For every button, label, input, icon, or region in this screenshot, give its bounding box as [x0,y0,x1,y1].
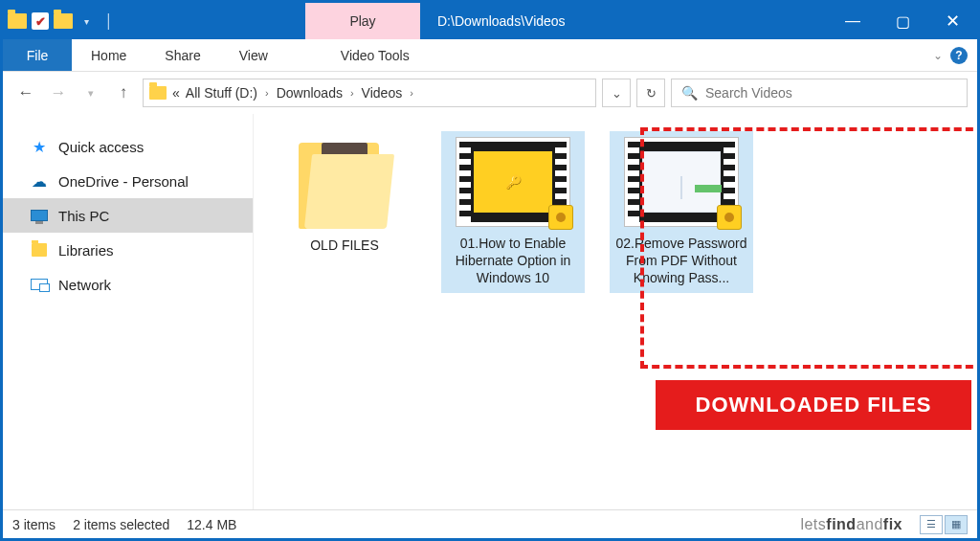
search-box[interactable]: 🔍 [671,79,968,107]
chevron-right-icon[interactable]: › [408,87,415,99]
view-toggle: ☰ ▦ [920,515,968,534]
window-controls: — ▢ ✕ [828,3,977,39]
breadcrumb-prefix: « [172,85,180,101]
chevron-right-icon[interactable]: › [348,87,356,99]
sidebar-item-onedrive[interactable]: ☁ OneDrive - Personal [3,164,253,198]
address-folder-icon [149,86,167,100]
annotation-banner: DOWNLOADED FILES [656,380,971,430]
player-badge-icon [717,205,742,230]
video-screen-icon [642,151,721,213]
video-thumbnail [624,137,739,227]
address-history-dropdown[interactable]: ⌄ [602,79,631,107]
nav-back-button[interactable]: ← [12,79,39,106]
sidebar-item-label: Network [58,277,111,293]
view-large-icons-button[interactable]: ▦ [945,515,968,534]
libraries-icon [30,240,49,259]
sidebar-item-network[interactable]: Network [3,267,253,302]
video-thumbnail: 🔑 [456,137,570,227]
breadcrumb-videos[interactable]: Videos [362,85,403,101]
cloud-icon: ☁ [30,171,49,191]
folder-icon[interactable] [7,11,28,32]
navigation-pane: ★ Quick access ☁ OneDrive - Personal Thi… [3,114,254,509]
address-bar[interactable]: « All Stuff (D:) › Downloads › Videos › [143,79,596,107]
file-menu[interactable]: File [3,39,72,71]
content-pane[interactable]: OLD FILES 🔑 01.How to Enable Hibernate O… [254,114,977,509]
watermark: letsfindandfix [800,516,902,533]
sidebar-item-quick-access[interactable]: ★ Quick access [3,129,253,164]
status-selection-count: 2 items selected [73,517,169,532]
navigation-bar: ← → ▾ ↑ « All Stuff (D:) › Downloads › V… [3,72,977,114]
maximize-button[interactable]: ▢ [878,3,927,39]
window-title: D:\Downloads\Videos [420,3,828,39]
item-caption: 01.How to Enable Hibernate Option in Win… [445,235,581,287]
ribbon: File Home Share View Video Tools ⌄ ? [3,39,977,72]
sidebar-item-label: Quick access [58,139,144,155]
nav-history-dropdown[interactable]: ▾ [78,79,104,106]
folder-thumbnail [299,137,390,229]
sidebar-item-this-pc[interactable]: This PC [3,198,253,233]
ribbon-tabs: Home Share View Video Tools [72,39,429,71]
video-screen-icon: 🔑 [474,151,552,213]
status-selection-size: 12.4 MB [187,517,236,532]
player-badge-icon [548,205,573,230]
tab-home[interactable]: Home [72,39,145,71]
tab-video-tools[interactable]: Video Tools [322,39,429,71]
sidebar-item-libraries[interactable]: Libraries [3,233,253,267]
minimize-button[interactable]: — [828,3,878,39]
qat-customize-icon[interactable]: ▾ [76,11,97,32]
network-icon [30,275,49,294]
pc-icon [30,206,49,225]
video-item[interactable]: 🔑 01.How to Enable Hibernate Option in W… [441,131,585,293]
chevron-right-icon[interactable]: › [263,87,271,99]
search-input[interactable] [705,85,957,101]
contextual-tab-play[interactable]: Play [305,3,420,39]
sidebar-item-label: OneDrive - Personal [58,173,189,190]
ribbon-right: ⌄ ? [933,39,977,71]
view-details-button[interactable]: ☰ [920,515,943,534]
item-caption: OLD FILES [273,237,416,254]
title-separator: │ [99,11,120,32]
search-icon: 🔍 [681,85,698,101]
help-icon[interactable]: ? [950,47,968,64]
explorer-window: ✔ ▾ │ Play D:\Downloads\Videos — ▢ ✕ Fil… [0,0,980,541]
breadcrumb-drive[interactable]: All Stuff (D:) [186,85,257,101]
refresh-button[interactable]: ↻ [636,79,665,107]
video-item[interactable]: 02.Remove Password From PDF Without Know… [610,131,753,293]
new-folder-icon[interactable] [53,11,74,32]
status-item-count: 3 items [12,517,56,532]
sidebar-item-label: This PC [58,208,109,224]
breadcrumb-downloads[interactable]: Downloads [277,85,343,101]
body: ★ Quick access ☁ OneDrive - Personal Thi… [3,114,977,509]
quick-access-toolbar: ✔ ▾ │ [3,3,123,39]
title-bar: ✔ ▾ │ Play D:\Downloads\Videos — ▢ ✕ [3,3,977,39]
close-button[interactable]: ✕ [927,3,977,39]
tab-share[interactable]: Share [145,39,219,71]
item-caption: 02.Remove Password From PDF Without Know… [613,235,749,287]
folder-item[interactable]: OLD FILES [273,131,416,254]
properties-icon[interactable]: ✔ [30,11,51,32]
star-icon: ★ [30,137,49,156]
nav-up-button[interactable]: ↑ [110,79,137,106]
item-grid: OLD FILES 🔑 01.How to Enable Hibernate O… [273,131,958,293]
ribbon-collapse-icon[interactable]: ⌄ [933,49,943,62]
status-bar: 3 items 2 items selected 12.4 MB letsfin… [3,509,977,538]
nav-forward-button[interactable]: → [45,79,72,106]
tab-view[interactable]: View [220,39,287,71]
sidebar-item-label: Libraries [58,242,114,259]
